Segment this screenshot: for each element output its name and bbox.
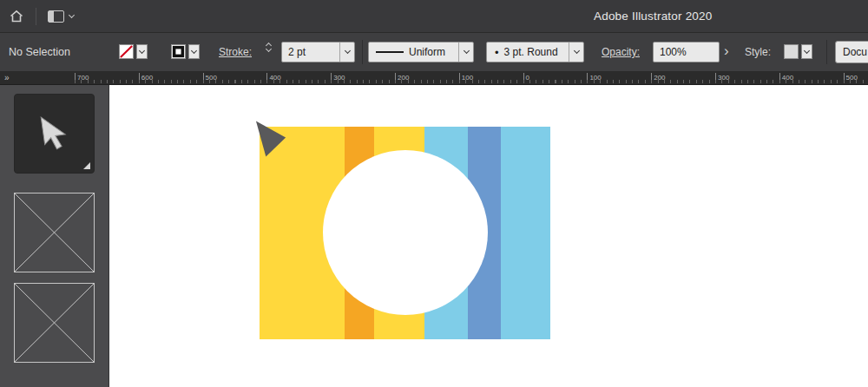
empty-slot-x-icon <box>15 284 94 362</box>
stepper-down-icon[interactable] <box>266 46 272 52</box>
selection-tool-button[interactable] <box>14 94 95 174</box>
chevron-down-icon <box>344 48 350 54</box>
empty-tool-slot-2[interactable] <box>14 283 95 363</box>
chevron-down-icon <box>573 48 579 54</box>
chevron-down-icon <box>191 47 197 53</box>
brush-preview-dot-icon: • <box>487 46 499 59</box>
app-title: Adobe Illustrator 2020 <box>594 0 713 33</box>
fill-color-control[interactable] <box>119 44 148 59</box>
selection-tool-icon <box>37 113 72 154</box>
style-label: Style: <box>745 33 771 71</box>
width-profile-dropdown[interactable]: Uniform <box>368 42 474 62</box>
chevron-down-icon <box>69 11 75 17</box>
empty-slot-x-icon <box>15 194 94 272</box>
titlebar-separator <box>36 8 36 25</box>
opacity-value[interactable]: 100% <box>654 46 719 58</box>
tools-panel <box>0 85 109 387</box>
width-profile-dropdown-button[interactable] <box>458 43 473 62</box>
chevron-down-icon <box>804 47 810 53</box>
selection-status: No Selection <box>9 33 70 71</box>
fill-dropdown-button[interactable] <box>136 44 148 59</box>
stroke-weight-dropdown-button[interactable] <box>339 43 354 62</box>
tool-flyout-indicator <box>83 162 90 169</box>
canvas[interactable] <box>109 85 868 387</box>
illustrator-window: Adobe Illustrator 2020 No Selection Stro… <box>0 0 868 387</box>
style-dropdown-button[interactable] <box>801 44 812 59</box>
control-bar: No Selection Stroke: 2 pt Uniform <box>0 33 868 72</box>
brush-definition-dropdown[interactable]: • 3 pt. Round <box>486 42 584 62</box>
stroke-weight-field[interactable]: 2 pt <box>281 42 355 62</box>
stroke-dropdown-button[interactable] <box>188 44 200 59</box>
artwork-stripe[interactable] <box>501 127 550 339</box>
title-bar: Adobe Illustrator 2020 <box>0 0 868 33</box>
style-swatch <box>784 44 799 59</box>
stroke-panel-link[interactable]: Stroke: <box>219 33 252 71</box>
brush-dropdown-button[interactable] <box>569 43 583 62</box>
brush-definition-value: 3 pt. Round <box>499 46 569 58</box>
opacity-panel-link[interactable]: Opacity: <box>602 33 640 71</box>
document-setup-button[interactable]: Docu <box>835 41 868 63</box>
workspace <box>0 85 868 387</box>
home-button[interactable] <box>9 9 24 23</box>
group-separator <box>826 40 827 64</box>
stroke-weight-stepper[interactable] <box>266 43 271 51</box>
stroke-color-control[interactable] <box>171 44 200 59</box>
workspace-icon <box>48 10 64 23</box>
opacity-options-chevron[interactable]: › <box>724 33 729 69</box>
opacity-field[interactable]: 100% <box>653 42 720 62</box>
chevron-down-icon <box>139 47 145 53</box>
fill-none-swatch-icon <box>119 44 134 59</box>
stroke-weight-value[interactable]: 2 pt <box>282 46 339 58</box>
graphic-style-control[interactable] <box>784 44 812 59</box>
empty-tool-slot-1[interactable] <box>14 193 95 272</box>
ruler-overflow-indicator[interactable]: » <box>4 72 10 83</box>
group-separator <box>362 40 363 64</box>
horizontal-ruler[interactable]: » 7006005004003002001000100200300400500 <box>0 72 868 85</box>
workspace-switcher-button[interactable] <box>48 10 74 23</box>
ruler-minor-ticks <box>75 80 868 83</box>
artwork[interactable] <box>260 127 550 339</box>
uniform-width-line-icon <box>376 51 404 53</box>
chevron-down-icon <box>463 48 469 54</box>
stroke-swatch-icon <box>171 44 186 59</box>
home-icon <box>9 9 24 23</box>
width-profile-value: Uniform <box>404 46 458 58</box>
artwork-circle[interactable] <box>323 150 488 315</box>
